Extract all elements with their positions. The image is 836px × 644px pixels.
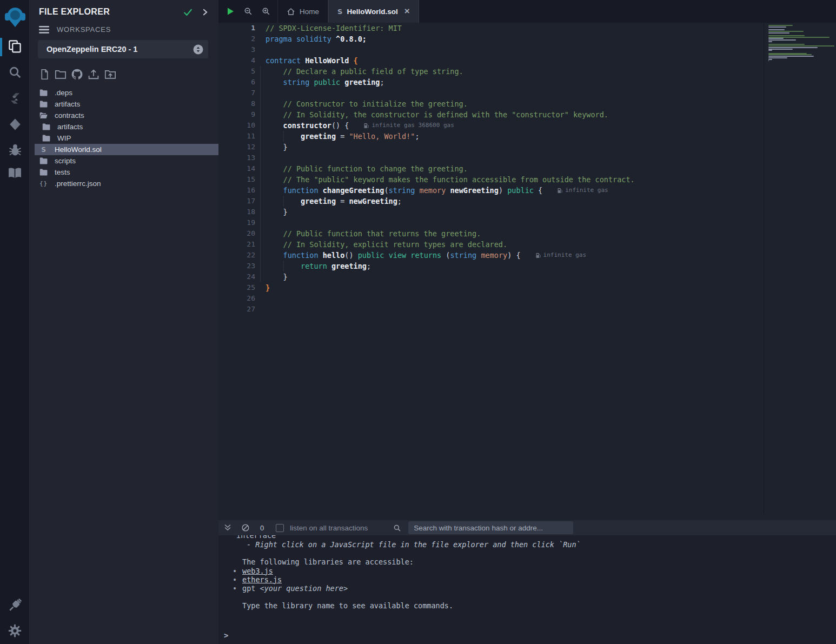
clone-github-icon[interactable] bbox=[71, 69, 83, 80]
close-tab-icon[interactable]: × bbox=[404, 6, 410, 17]
learneth-icon[interactable] bbox=[0, 167, 30, 180]
line-number[interactable]: 24 bbox=[218, 271, 255, 282]
debugger-icon[interactable] bbox=[0, 143, 30, 157]
line-number[interactable]: 8 bbox=[218, 98, 255, 109]
listen-transactions-checkbox[interactable] bbox=[276, 524, 284, 532]
line-number[interactable]: 20 bbox=[218, 228, 255, 239]
line-number[interactable]: 16 bbox=[218, 185, 255, 196]
line-number[interactable]: 15 bbox=[218, 174, 255, 185]
code-line[interactable]: 22 function hello() public view returns … bbox=[218, 250, 764, 261]
code-line[interactable]: 11 greeting = "Hello, World!"; bbox=[218, 131, 764, 142]
new-folder-icon[interactable] bbox=[55, 69, 67, 79]
code-line[interactable]: 4 contract HelloWorld { bbox=[218, 55, 764, 66]
terminal-prompt[interactable]: > bbox=[224, 631, 228, 640]
plugin-manager-icon[interactable] bbox=[0, 598, 30, 612]
code-line[interactable]: 5 // Declare a public field of type stri… bbox=[218, 66, 764, 77]
code-line[interactable]: 25 } bbox=[218, 282, 764, 293]
minimap[interactable] bbox=[764, 23, 836, 514]
terminal-resize-handle[interactable] bbox=[218, 514, 836, 520]
line-number[interactable]: 5 bbox=[218, 66, 255, 77]
line-number[interactable]: 7 bbox=[218, 88, 255, 98]
library-link[interactable]: ethers.js bbox=[242, 575, 282, 584]
code-line[interactable]: 17 greeting = newGreeting; bbox=[218, 196, 764, 207]
line-number[interactable]: 14 bbox=[218, 163, 255, 174]
expand-terminal-icon[interactable] bbox=[224, 524, 231, 532]
remix-logo[interactable] bbox=[0, 4, 30, 29]
line-number[interactable]: 17 bbox=[218, 196, 255, 207]
line-number[interactable]: 4 bbox=[218, 55, 255, 66]
code-line[interactable]: 12 } bbox=[218, 142, 764, 152]
collapse-panel-chevron-icon[interactable] bbox=[202, 8, 209, 16]
line-number[interactable]: 3 bbox=[218, 44, 255, 55]
tab-helloworld-sol[interactable]: S HelloWorld.sol × bbox=[328, 0, 419, 23]
code-editor[interactable]: 1 // SPDX-License-Identifier: MIT 2 prag… bbox=[218, 23, 836, 514]
library-link[interactable]: web3.js bbox=[242, 567, 273, 575]
line-number[interactable]: 19 bbox=[218, 217, 255, 228]
line-number[interactable]: 11 bbox=[218, 131, 255, 142]
tree-item[interactable]: scripts bbox=[30, 155, 218, 167]
line-number[interactable]: 23 bbox=[218, 261, 255, 271]
file-explorer-icon[interactable] bbox=[0, 39, 30, 54]
upload-file-icon[interactable] bbox=[88, 69, 99, 80]
tree-item[interactable]: contracts bbox=[30, 110, 218, 121]
line-number[interactable]: 18 bbox=[218, 207, 255, 217]
code-line[interactable]: 26 bbox=[218, 293, 764, 304]
tree-item[interactable]: S HelloWorld.sol bbox=[35, 144, 218, 155]
zoom-in-button[interactable] bbox=[262, 7, 270, 16]
code-line[interactable]: 16 function changeGreeting(string memory… bbox=[218, 185, 764, 196]
zoom-out-button[interactable] bbox=[244, 7, 253, 16]
code-line[interactable]: 1 // SPDX-License-Identifier: MIT bbox=[218, 23, 764, 34]
search-icon[interactable] bbox=[0, 65, 30, 79]
code-line[interactable]: 3 bbox=[218, 44, 764, 55]
file-explorer-panel: FILE EXPLORER WORKSPACES OpenZeppelin ER… bbox=[30, 0, 218, 644]
code-line[interactable]: 2 pragma solidity ^0.8.0; bbox=[218, 34, 764, 44]
clear-console-icon[interactable] bbox=[241, 523, 250, 532]
line-number[interactable]: 21 bbox=[218, 239, 255, 250]
line-number[interactable]: 26 bbox=[218, 293, 255, 304]
code-line[interactable]: 8 // Constructor to initialize the greet… bbox=[218, 98, 764, 109]
line-number[interactable]: 27 bbox=[218, 304, 255, 315]
line-number[interactable]: 12 bbox=[218, 142, 255, 152]
line-number[interactable]: 9 bbox=[218, 109, 255, 120]
line-number[interactable]: 25 bbox=[218, 282, 255, 293]
code-line[interactable]: 18 } bbox=[218, 207, 764, 217]
new-file-icon[interactable] bbox=[39, 69, 50, 80]
terminal-output[interactable]: interface- Right click on a JavaScript f… bbox=[218, 535, 836, 644]
line-number[interactable]: 13 bbox=[218, 152, 255, 163]
code-line[interactable]: 24 } bbox=[218, 271, 764, 282]
tree-item[interactable]: .deps bbox=[30, 87, 218, 98]
tree-item[interactable]: WIP bbox=[30, 132, 218, 144]
tree-item[interactable]: tests bbox=[30, 167, 218, 178]
code-line[interactable]: 7 bbox=[218, 88, 764, 98]
line-number[interactable]: 10 bbox=[218, 120, 255, 131]
settings-gear-icon[interactable] bbox=[0, 624, 30, 638]
code-line[interactable]: 10 constructor() {infinite gas 368600 ga… bbox=[218, 120, 764, 131]
minimap-line bbox=[768, 63, 836, 64]
code-line[interactable]: 9 // In Solidity, the constructor is def… bbox=[218, 109, 764, 120]
code-line[interactable]: 21 // In Solidity, explicit return types… bbox=[218, 239, 764, 250]
line-number[interactable]: 1 bbox=[218, 23, 255, 34]
transaction-search-input[interactable] bbox=[408, 521, 573, 534]
deploy-and-run-icon[interactable] bbox=[0, 117, 30, 131]
workspace-ok-check-icon[interactable] bbox=[183, 8, 193, 16]
tree-item[interactable]: {} .prettierrc.json bbox=[30, 178, 218, 189]
line-number[interactable]: 22 bbox=[218, 250, 255, 261]
code-line[interactable]: 23 return greeting; bbox=[218, 261, 764, 271]
tree-item[interactable]: artifacts bbox=[30, 121, 218, 132]
code-line[interactable]: 27 bbox=[218, 304, 764, 315]
code-line[interactable]: 15 // The "public" keyword makes the fun… bbox=[218, 174, 764, 185]
workspace-select[interactable]: OpenZeppelin ERC20 - 1 bbox=[38, 40, 208, 58]
tab-home[interactable]: Home bbox=[277, 0, 328, 23]
run-script-button[interactable] bbox=[226, 7, 235, 16]
code-line[interactable]: 13 bbox=[218, 152, 764, 163]
code-line[interactable]: 19 bbox=[218, 217, 764, 228]
workspaces-menu-icon[interactable] bbox=[39, 26, 49, 34]
code-line[interactable]: 14 // Public function to change the gree… bbox=[218, 163, 764, 174]
line-number[interactable]: 6 bbox=[218, 77, 255, 88]
upload-folder-icon[interactable] bbox=[104, 69, 116, 79]
solidity-compiler-icon[interactable] bbox=[0, 91, 30, 106]
tree-item[interactable]: artifacts bbox=[30, 98, 218, 110]
code-line[interactable]: 6 string public greeting; bbox=[218, 77, 764, 88]
line-number[interactable]: 2 bbox=[218, 34, 255, 44]
code-line[interactable]: 20 // Public function that returns the g… bbox=[218, 228, 764, 239]
